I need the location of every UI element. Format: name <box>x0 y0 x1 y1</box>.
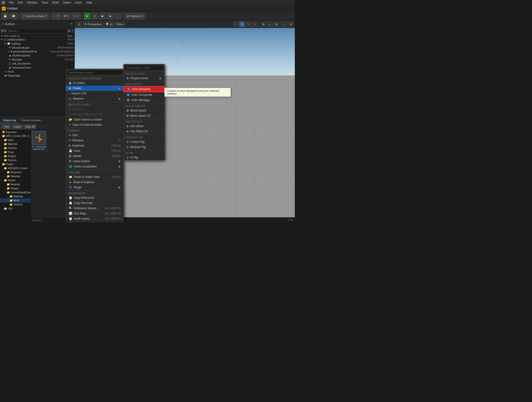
cm2-aim-offset[interactable]: ⊕ Aim Offset <box>124 124 165 129</box>
shapes-item[interactable]: 📁Shapes <box>0 154 31 158</box>
perspective-button[interactable]: 👁 Perspective <box>83 21 103 27</box>
outliner-settings-icon[interactable]: ⚙ <box>68 29 71 32</box>
cm2-physics-asset[interactable]: ⚙ Physics Asset ▶ <box>124 76 165 81</box>
sk-mannequin-asset[interactable]: 🤸 SK_MannequinSkeletal Mes... <box>32 131 47 150</box>
split-button[interactable]: ⊟ <box>288 21 293 27</box>
cm1-audit-assets[interactable]: 📋 Audit Assets... ALT+SHIFT+A <box>66 216 124 221</box>
platforms-button[interactable]: 🖥 Platforms ▾ <box>124 13 146 19</box>
transform-button[interactable]: ↔ ▾ <box>52 13 61 19</box>
cm1-edit[interactable]: ✏ Edit... <box>66 132 124 138</box>
outliner-search[interactable] <box>7 28 67 33</box>
mesh-item[interactable]: 📁Mesh <box>0 199 31 202</box>
grid-button[interactable]: ⊞ <box>261 21 266 27</box>
tree-item-playerstart[interactable]: ▶ PlayerStart <box>0 74 75 78</box>
filter-icon[interactable]: ☰ ▾ <box>1 29 6 32</box>
menu-help[interactable]: Help <box>84 0 94 5</box>
cm1-uv-editor[interactable]: ▦ UV Editor <box>66 80 124 86</box>
outliner-more-icon[interactable]: + <box>72 29 74 32</box>
cm2-anim-montage[interactable]: 🔷 Anim Montage <box>124 97 165 103</box>
add-button[interactable]: + Add <box>1 124 11 129</box>
select-tool-button[interactable]: ↖ <box>233 21 238 27</box>
ar51sdk-content-item[interactable]: 📁AR51SDK Content <box>0 166 31 170</box>
cm2-blend-space[interactable]: ⊞ Blend Space <box>124 108 165 113</box>
cm1-save[interactable]: 💾 Save CTRL+S <box>66 148 124 153</box>
tree-item-skysphere[interactable]: ◯ SM_SkySphere <box>0 61 75 65</box>
tree-item-floor[interactable]: ▭ Floor <box>0 69 75 74</box>
particles-item[interactable]: 📁Particles <box>0 146 31 150</box>
viewport-menu-button[interactable]: ☰ <box>76 21 82 27</box>
cm1-skeleton[interactable]: ☠ Skeleton ▶ <box>66 96 124 101</box>
cm1-size-map[interactable]: 📊 Size Map... ALT+SHIFT+M <box>66 211 124 216</box>
textures-2-item[interactable]: 📁Textures <box>0 202 31 207</box>
tree-item-skyatmosphere[interactable]: ☁ SkyAtmosphere SkyAtmosphere <box>0 53 75 57</box>
materials-item[interactable]: 📁Materials <box>0 142 31 146</box>
rotate-tool-button[interactable]: ↻ <box>246 21 251 27</box>
scale-grid-button[interactable]: ⊠ <box>274 21 279 27</box>
tree-item-skylight[interactable]: ☀ SkyLight SkyLight <box>0 57 75 61</box>
menu-build[interactable]: Build <box>51 0 61 5</box>
favorites-item[interactable]: ⭐ Favorites <box>0 130 31 134</box>
cm1-shader-cook[interactable]: 📊 Shader Cook Statistics... <box>66 221 124 222</box>
props-item[interactable]: 📁Props <box>0 150 31 154</box>
tree-item-cloud[interactable]: ☁ VolumetricCloud <box>0 65 75 69</box>
cm1-search-input[interactable] <box>67 70 123 75</box>
cm1-copy-ref[interactable]: 📋 Copy Reference <box>66 195 124 201</box>
content-browser-tab[interactable]: Content Browser <box>19 117 44 123</box>
output-log-tab[interactable]: Output Log <box>0 117 19 123</box>
tree-item-directionallight[interactable]: ✦ DirectionalLight DirectionalLight <box>0 45 75 50</box>
import-button[interactable]: Import <box>12 124 23 129</box>
cm2-control-rig[interactable]: ⊙ Control Rig <box>124 139 165 144</box>
cm2-anim-blueprint[interactable]: 🔷 Anim Blueprint <box>124 86 165 92</box>
cm1-import-lod[interactable]: ↑ Import LOD <box>66 91 124 96</box>
stop-button[interactable]: ⏹ <box>99 13 106 19</box>
blueprints-item[interactable]: 📁Blueprints <box>0 170 31 174</box>
plugins-item[interactable]: 📁Plugins <box>0 162 31 166</box>
tree-item-fog[interactable]: ≈ ExponentialHeightFog ExponentialHeight… <box>0 50 75 53</box>
cm1-asset-actions[interactable]: ⚙ Asset Actions ▶ <box>66 159 124 164</box>
selection-mode-button[interactable]: ⬡ Selection Mode ▾ <box>21 13 49 19</box>
cm1-rename[interactable]: ✏ Rename F2 <box>66 138 124 143</box>
more-button[interactable]: ⋯ <box>114 13 121 19</box>
show-button[interactable]: Show <box>115 21 125 27</box>
save-current-button[interactable]: 💾 <box>1 13 9 19</box>
angle-button[interactable]: ∠ <box>267 21 273 27</box>
outliner-close[interactable]: ✕ <box>70 22 73 25</box>
cm1-delete[interactable]: 🗑 Delete DELETE <box>66 153 124 159</box>
cm1-open-external[interactable]: ↗ Open In External Editor <box>66 122 124 127</box>
cm1-show-folder[interactable]: 📁 Show in Folder View CTRL+B <box>66 174 124 180</box>
play-button[interactable]: ▶ <box>84 13 90 19</box>
ue4-item[interactable]: 📁UE4 <box>0 207 31 211</box>
menu-file[interactable]: File <box>7 0 15 5</box>
snap-button[interactable]: ⊞ ▾ <box>62 13 70 19</box>
cm1-plugin[interactable]: 🔌 Plugin ▶ <box>66 185 124 190</box>
menu-select[interactable]: Select <box>61 0 73 5</box>
cm2-search-input[interactable] <box>125 65 164 70</box>
cm2-blend-space-1d[interactable]: ⊞ Blend Space 1D <box>124 113 165 118</box>
menu-tools[interactable]: Tools <box>40 0 50 5</box>
models-item[interactable]: 📁Models <box>0 178 31 182</box>
lit-button[interactable]: 💡 Lit <box>104 21 114 27</box>
tree-item-untitled[interactable]: ▾ ⬡ Untitled (Editor) World <box>0 38 75 42</box>
cm1-asset-localization[interactable]: 🌐 Asset Localization ▶ <box>66 164 124 169</box>
unrealdefault-item[interactable]: 📁UnrealDefaultCharact <box>0 190 31 195</box>
scale-tool-button[interactable]: ⤡ <box>252 21 258 27</box>
cm2-ik-rig[interactable]: ⊙ IK Rig <box>124 155 165 160</box>
textures-item[interactable]: 📁Textures <box>0 158 31 162</box>
cm2-modular-rig[interactable]: ⊙ Modular Rig <box>124 144 165 150</box>
sdk-root-item[interactable]: 📁 AR51_Unreal_SDK_5_4 <box>0 134 31 138</box>
cm2-aim-offset-1d[interactable]: ⊕ Aim Offset 1D <box>124 129 165 134</box>
pause-button[interactable]: ⏸ <box>91 13 98 19</box>
menu-window[interactable]: Window <box>25 0 39 5</box>
materials-4-item[interactable]: 📁Materials <box>0 195 31 199</box>
cm1-copy-path[interactable]: 📋 Copy File Path <box>66 201 124 206</box>
eject-button[interactable]: ⏏ <box>107 13 113 19</box>
cm1-open-source[interactable]: 📂 Open Source Location <box>66 117 124 122</box>
save-all-button[interactable]: Save All <box>24 124 37 129</box>
cm2-anim-composite[interactable]: 🔷 Anim Composite <box>124 92 165 97</box>
cm1-create[interactable]: ⊕ Create ▶ <box>66 86 124 91</box>
cm1-duplicate[interactable]: ⧉ Duplicate CTRL+W <box>66 143 124 148</box>
maps-item[interactable]: 📁Maps <box>0 138 31 142</box>
cm1-reference-viewer[interactable]: 🔍 Reference Viewer... ALT+SHIFT+R <box>66 206 124 211</box>
vp-more-button[interactable]: » <box>282 21 287 27</box>
cm1-show-explorer[interactable]: 🗂 Show in Explorer <box>66 180 124 185</box>
